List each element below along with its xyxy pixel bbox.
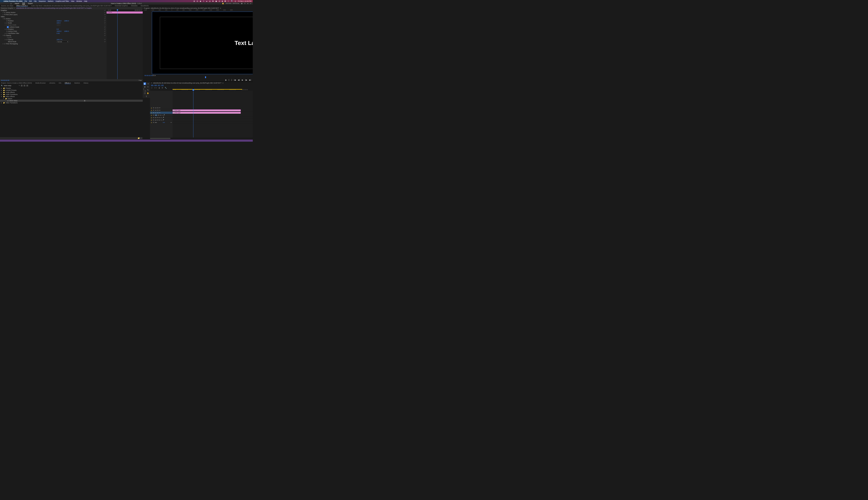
type-tool[interactable]: T — [145, 95, 148, 98]
ripple-tool[interactable]: ⊕ — [144, 86, 146, 88]
section-video[interactable]: Video▴ — [0, 16, 106, 18]
status-icon[interactable]: ⊡ — [219, 0, 220, 2]
expand-icon[interactable]: ⤢ — [250, 3, 251, 4]
tab-history[interactable]: History — [83, 82, 88, 84]
mark-out-icon[interactable]: } — [231, 79, 232, 81]
tab-effect-controls[interactable]: Effect Controls ≡ — [16, 5, 28, 7]
prop-uniform-scale[interactable]: ✓Uniform Scale↺ — [0, 26, 106, 28]
status-icon[interactable]: ▲ — [206, 0, 208, 2]
search-icon[interactable]: 🔍 — [231, 0, 233, 2]
tab-source[interactable]: Source: (no clips) — [1, 5, 13, 7]
menu-view[interactable]: View — [71, 0, 74, 2]
ec-clip-bar[interactable]: Graphic — [106, 11, 143, 13]
play-icon[interactable]: ▶ — [242, 79, 243, 81]
snap-icon[interactable]: ⬡ — [151, 87, 152, 89]
prop-position[interactable]: ⊙Position1920.01080.0↺ — [0, 20, 106, 22]
pen-tool[interactable]: ✎ — [147, 89, 149, 91]
prop-rotation[interactable]: ▸⊙Rotation0.0↺ — [0, 28, 106, 30]
app-name[interactable]: Adobe Premiere Pro 2024 — [3, 0, 22, 2]
filter-icon-2[interactable] — [24, 85, 25, 87]
tree-distort[interactable]: ▾Distort — [0, 98, 143, 100]
selection-tool[interactable]: ▶ — [144, 82, 146, 85]
tab-import[interactable]: Import — [15, 3, 19, 4]
search-input[interactable] — [4, 85, 18, 87]
menu-sequence[interactable]: Sequence — [39, 0, 46, 2]
zoom-fit[interactable]: Fit ▾ — [153, 75, 156, 76]
timeline-timecode[interactable]: 00:00:02:05 — [151, 84, 164, 87]
tree-presets[interactable]: ▸Presets — [0, 87, 143, 89]
go-to-out-icon[interactable]: ▶| — [249, 79, 251, 81]
menu-window[interactable]: Window — [76, 0, 82, 2]
home-icon[interactable] — [10, 2, 12, 4]
track-a1[interactable]: ⊡A1⊟MS🎤 — [150, 114, 173, 116]
track-select-tool[interactable]: ⇥ — [147, 82, 149, 85]
tab-export[interactable]: Export — [28, 3, 33, 4]
tree-audio-effects[interactable]: ▸Audio Effects — [0, 91, 143, 93]
track-a2[interactable]: ⊡A2⊟MS🎤 — [150, 116, 173, 119]
track-v2[interactable]: ⊡V2⊟ — [150, 109, 173, 112]
status-icon[interactable]: ▣ — [215, 0, 217, 2]
tab-project[interactable]: Project: How to Create a Glitch Effect (… — [1, 82, 32, 84]
filter-icon[interactable]: ▼ ▶ — [138, 80, 142, 81]
control-center-icon[interactable]: ◴ — [235, 0, 236, 2]
prop-blend-mode[interactable]: Blend ModeNormal▾↺ — [0, 41, 106, 43]
step-forward-icon[interactable]: |▶ — [245, 79, 247, 81]
menu-help[interactable]: Help — [84, 0, 87, 2]
workspace-label[interactable]: EDITING - VERTICAL — [226, 3, 239, 4]
link-icon[interactable]: ⊂⊃ — [154, 87, 157, 89]
clip-v2[interactable]: Text Layer — [173, 109, 241, 111]
razor-tool[interactable]: ✂ — [147, 86, 149, 88]
section-graphics[interactable]: Graphics↺ — [0, 9, 106, 11]
share-icon[interactable]: ⇧ — [244, 3, 245, 4]
menu-clip[interactable]: Clip — [34, 0, 37, 2]
tab-markers[interactable]: Markers — [74, 82, 80, 84]
track-v3[interactable]: ⊡V3⊟ — [150, 107, 173, 109]
tab-storyblocks[interactable]: Storyblocks — [141, 5, 149, 7]
ec-mini-timeline[interactable]: :00:00 00:00:04:23 Graphic — [106, 9, 143, 79]
marker-icon[interactable]: ◆ — [159, 87, 160, 89]
tree-lumetri[interactable]: ▸Lumetri Presets — [0, 89, 143, 91]
status-icon[interactable]: ⇪ — [203, 0, 204, 2]
settings-icon[interactable]: ⚙ — [162, 87, 163, 89]
timeline-ruler[interactable]: :00:0000:00:01:0000:00:02:0000:00:03:000… — [150, 89, 253, 91]
tab-media-browser[interactable]: Media Browser — [35, 82, 46, 84]
prop-scale[interactable]: ▸⊙Scale100.0↺ — [0, 22, 106, 24]
hamburger-icon[interactable]: ≡ — [247, 3, 248, 4]
prop-antiflicker[interactable]: ▸⊙Anti-flicker Filter0.00↺ — [0, 32, 106, 34]
status-icon[interactable]: ✱ — [212, 0, 214, 2]
menu-graphics[interactable]: Graphics and Titles — [56, 0, 69, 2]
menu-file[interactable]: File — [24, 0, 27, 2]
clear-search-icon[interactable]: × — [19, 84, 20, 87]
tab-libraries[interactable]: Libraries — [49, 82, 55, 84]
status-icon[interactable]: ◎ — [209, 0, 210, 2]
menu-markers[interactable]: Markers — [48, 0, 54, 2]
menu-edit[interactable]: Edit — [29, 0, 32, 2]
ec-timecode[interactable]: 00:00:02:05 — [1, 80, 9, 81]
add-marker-icon[interactable]: ◆ — [225, 79, 227, 81]
filter-icon-1[interactable] — [21, 85, 23, 87]
tab-audio-mixer[interactable]: Audio Clip Mixer: videoblocks-4k-uhd-slo… — [31, 5, 112, 7]
tab-metadata[interactable]: Metadata — [131, 5, 137, 7]
program-timecode[interactable]: 00:00:02:05 — [145, 75, 153, 76]
track-mix[interactable]: ⊡Mix0.0⊨ — [150, 121, 173, 124]
track-a3[interactable]: ⊡A3⊟MS🎤 — [150, 119, 173, 121]
rectangle-tool[interactable]: ▢ — [144, 92, 146, 94]
tab-info[interactable]: Info — [59, 82, 61, 84]
tab-effects[interactable]: Effects ≡ — [65, 82, 71, 84]
tab-edit[interactable]: Edit — [22, 2, 25, 4]
timeline-tracks[interactable]: Text Layer Text Layer — [173, 91, 253, 137]
program-scrubber[interactable] — [144, 77, 253, 78]
status-icon[interactable]: ▮ — [222, 0, 223, 2]
program-viewport[interactable]: Text Layer — [152, 12, 253, 74]
step-back-icon[interactable]: ◀| — [238, 79, 240, 81]
tree-wave-warp[interactable]: ⊡Wave Warp⊞ — [0, 100, 143, 102]
status-icon[interactable]: ⬒ — [225, 0, 226, 2]
status-icon[interactable]: ⊡ — [197, 0, 198, 2]
tree-audio-transitions[interactable]: ▸Audio Transitions — [0, 93, 143, 95]
tree-video-transitions[interactable]: ▸Video Transitions — [0, 102, 143, 104]
opacity-masks[interactable]: ○ ▢ ✎ — [0, 36, 106, 38]
prop-vector-motion[interactable]: ▸fxVector Motion↺ — [0, 11, 106, 13]
prop-time-remap[interactable]: ▸⊙Time Remapping — [0, 43, 106, 45]
bell-icon[interactable]: 🔔 — [222, 3, 224, 4]
prop-opacity-section[interactable]: ▾fxOpacity↺ — [0, 34, 106, 36]
